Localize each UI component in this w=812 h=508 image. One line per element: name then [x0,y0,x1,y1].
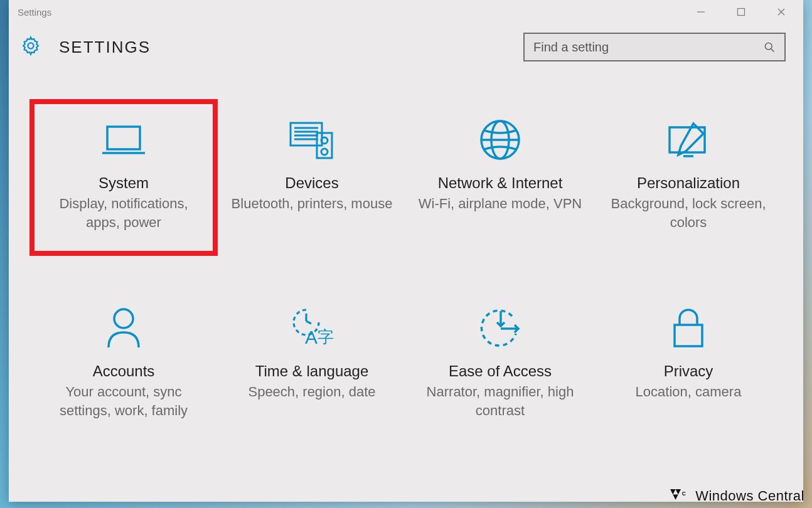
category-title: Network & Internet [438,174,563,192]
category-ease-of-access[interactable]: Ease of Access Narrator, magnifier, high… [406,287,594,444]
category-title: System [99,174,149,192]
svg-text:A: A [305,327,318,347]
lock-icon [670,302,707,354]
category-network[interactable]: Network & Internet Wi-Fi, airplane mode,… [406,99,594,256]
maximize-icon [737,8,745,16]
category-desc: Background, lock screen, colors [606,194,771,231]
svg-line-6 [771,49,774,52]
person-icon [104,302,144,354]
category-desc: Display, notifications, apps, power [41,194,206,231]
svg-rect-7 [107,127,140,149]
watermark: C Windows Central [670,488,804,504]
svg-point-4 [28,43,33,48]
category-title: Personalization [637,174,740,192]
svg-marker-31 [676,489,681,494]
globe-icon [478,114,522,166]
category-time-language[interactable]: A 字 Time & language Speech, region, date [218,287,406,444]
window-controls [688,3,798,21]
svg-rect-1 [738,9,745,16]
close-icon [777,8,786,16]
search-icon [763,41,776,53]
svg-text:字: 字 [318,327,334,346]
header: SETTINGS [9,24,803,68]
window-title: Settings [18,7,51,18]
category-desc: Speech, region, date [248,383,375,401]
time-language-icon: A 字 [287,302,336,354]
page-title: SETTINGS [59,38,151,57]
settings-window: Settings SETTINGS [9,0,803,502]
category-title: Ease of Access [449,362,552,380]
category-desc: Location, camera [636,383,742,401]
category-title: Time & language [255,362,369,380]
category-devices[interactable]: Devices Bluetooth, printers, mouse [218,99,406,256]
ease-of-access-icon [476,302,525,354]
watermark-text: Windows Central [695,488,804,504]
watermark-logo-icon: C [670,489,692,503]
gear-icon [20,35,41,59]
close-button[interactable] [768,3,794,21]
svg-point-16 [321,149,328,155]
category-accounts[interactable]: Accounts Your account, sync settings, wo… [29,287,218,444]
svg-point-15 [321,137,328,144]
category-title: Devices [285,174,338,192]
category-personalization[interactable]: Personalization Background, lock screen,… [594,99,783,256]
svg-rect-29 [675,325,702,346]
search-box[interactable] [523,33,786,61]
category-system[interactable]: System Display, notifications, apps, pow… [29,99,218,256]
category-desc: Bluetooth, printers, mouse [232,194,393,213]
minimize-icon [697,8,705,16]
category-desc: Wi-Fi, airplane mode, VPN [419,194,582,213]
search-input[interactable] [533,40,763,55]
minimize-button[interactable] [688,3,714,21]
svg-marker-30 [670,489,675,494]
devices-icon [287,114,337,166]
category-desc: Narrator, magnifier, high contrast [417,383,583,420]
svg-marker-32 [673,494,678,499]
svg-text:C: C [682,490,686,497]
category-title: Accounts [93,362,155,380]
svg-point-22 [114,309,133,328]
svg-line-24 [306,321,311,324]
laptop-icon [100,114,147,166]
categories-grid: System Display, notifications, apps, pow… [9,68,803,444]
category-title: Privacy [664,362,713,380]
category-privacy[interactable]: Privacy Location, camera [594,287,783,444]
personalization-icon [665,114,712,166]
maximize-button[interactable] [728,3,754,21]
category-desc: Your account, sync settings, work, famil… [41,383,206,420]
svg-point-5 [765,43,772,50]
titlebar: Settings [9,0,803,24]
